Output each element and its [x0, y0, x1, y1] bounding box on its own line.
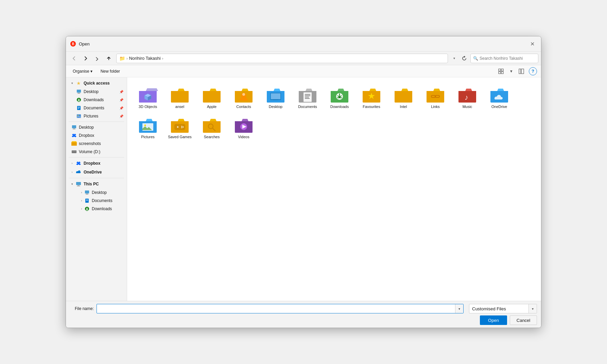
file-item-searches[interactable]: Searches	[196, 113, 227, 142]
divider-2	[69, 157, 124, 158]
file-area: 3D Objects ansel	[127, 77, 541, 301]
filename-dropdown-button[interactable]: ▾	[455, 304, 463, 313]
refresh-button[interactable]	[459, 54, 470, 63]
sidebar-item-downloads-pinned-label: Downloads	[84, 97, 118, 102]
new-folder-button[interactable]: New folder	[98, 68, 123, 75]
file-item-contacts[interactable]: Contacts	[228, 83, 259, 112]
view-toggle-button[interactable]	[496, 67, 506, 76]
file-item-onedrive[interactable]: OneDrive	[484, 83, 515, 112]
onedrive-section-label: OneDrive	[84, 170, 102, 175]
folder-icon-searches	[202, 116, 222, 134]
folder-icon-documents	[297, 86, 318, 104]
file-item-3d-objects[interactable]: 3D Objects	[133, 83, 163, 112]
address-separator-2: ›	[162, 56, 163, 60]
filetype-dropdown-button[interactable]: ▾	[528, 304, 537, 313]
search-input[interactable]	[470, 54, 538, 63]
open-button[interactable]: Open	[480, 315, 507, 325]
folder-screenshots-icon	[71, 141, 77, 146]
sidebar-item-documents-pinned[interactable]: Documents 📌	[67, 104, 126, 112]
sidebar-item-volume-label: Volume (D:)	[79, 149, 123, 154]
address-folder-icon: 📁	[119, 56, 125, 61]
folder-icon-onedrive	[489, 86, 509, 104]
file-label-contacts: Contacts	[236, 104, 251, 109]
address-bar[interactable]: 📁 › Norihiro Takashi ›	[116, 54, 448, 63]
filename-input[interactable]	[97, 304, 455, 313]
onedrive-section-header[interactable]: › OneDrive	[67, 168, 126, 177]
svg-rect-2	[499, 69, 501, 71]
dropbox-expand-icon: ›	[69, 161, 75, 166]
svg-rect-18	[72, 125, 76, 128]
svg-rect-3	[501, 69, 503, 71]
organise-chevron: ▾	[90, 69, 92, 74]
forward-button[interactable]	[80, 54, 91, 63]
file-label-saved-games: Saved Games	[168, 134, 192, 139]
file-item-desktop[interactable]: Desktop	[260, 83, 291, 112]
file-item-downloads[interactable]: Downloads	[324, 83, 355, 112]
view-dropdown-button[interactable]: ▾	[506, 67, 516, 76]
folder-icon-videos	[233, 116, 254, 134]
pc-documents-icon	[84, 198, 90, 203]
sidebar-section-quick-access: ▾ ★ Quick access Desktop 📌	[66, 79, 127, 120]
file-item-intel[interactable]: Intel	[388, 83, 419, 112]
sidebar-item-desktop-label: Desktop	[79, 125, 123, 130]
onedrive-expand-icon: ›	[69, 169, 75, 175]
quick-access-header[interactable]: ▾ ★ Quick access	[67, 79, 126, 88]
file-label-onedrive: OneDrive	[491, 104, 507, 109]
dropbox-section-header[interactable]: › Dropbox	[67, 159, 126, 168]
file-item-favourites[interactable]: Favourites	[356, 83, 387, 112]
drive-icon	[71, 149, 77, 154]
sidebar-item-pc-desktop[interactable]: › Desktop	[67, 188, 126, 197]
pc-icon	[75, 181, 82, 187]
file-item-ansel[interactable]: ansel	[164, 83, 195, 112]
divider-3	[69, 178, 124, 178]
sidebar-item-pc-downloads[interactable]: › Downloads	[67, 205, 126, 213]
sidebar-item-desktop[interactable]: Desktop	[67, 123, 126, 131]
sidebar-item-pictures-pinned[interactable]: Pictures 📌	[67, 112, 126, 120]
folder-icon-favourites	[361, 86, 382, 104]
close-button[interactable]: ✕	[527, 39, 537, 49]
cancel-button[interactable]: Cancel	[510, 315, 537, 325]
title-bar: B Open ✕	[66, 36, 541, 52]
file-item-music[interactable]: ♪ Music	[452, 83, 483, 112]
sidebar-item-pc-documents[interactable]: › Documents	[67, 197, 126, 205]
file-item-documents[interactable]: Documents	[292, 83, 323, 112]
this-pc-header[interactable]: ▾ This PC	[67, 180, 126, 188]
dialog-title: Open	[79, 41, 90, 47]
file-label-videos: Videos	[238, 134, 249, 139]
file-item-apple[interactable]: Apple	[196, 83, 227, 112]
picture-icon	[76, 113, 82, 119]
divider-1	[69, 122, 124, 122]
sidebar-item-screenshots[interactable]: screenshots	[67, 140, 126, 148]
file-item-links[interactable]: Links	[420, 83, 451, 112]
svg-point-17	[77, 115, 79, 116]
this-pc-label: This PC	[84, 182, 99, 186]
up-button[interactable]	[103, 54, 114, 63]
help-button[interactable]: ?	[529, 67, 537, 75]
file-item-pictures[interactable]: Pictures	[133, 113, 163, 142]
file-label-intel: Intel	[400, 104, 407, 109]
recent-locations-button[interactable]	[92, 54, 103, 63]
file-item-saved-games[interactable]: Saved Games	[164, 113, 195, 142]
sidebar-item-volume-d[interactable]: Volume (D:)	[67, 148, 126, 156]
file-label-pictures: Pictures	[141, 134, 155, 139]
open-dialog: B Open ✕ 📁 › Norihiro Takashi › ▾	[66, 36, 541, 328]
view-buttons: ▾	[496, 67, 526, 76]
folder-icon-desktop	[265, 86, 286, 104]
app-icon: B	[70, 41, 76, 47]
sidebar-item-downloads-pinned[interactable]: Downloads 📌	[67, 96, 126, 104]
pane-button[interactable]	[517, 67, 526, 76]
organise-button[interactable]: Organise ▾	[70, 68, 95, 75]
sidebar-item-desktop-pinned[interactable]: Desktop 📌	[67, 88, 126, 96]
sidebar-item-dropbox[interactable]: Dropbox	[67, 131, 126, 140]
file-grid: 3D Objects ansel	[133, 83, 536, 142]
sidebar-item-pc-downloads-label: Downloads	[92, 206, 123, 211]
svg-rect-10	[77, 93, 81, 94]
address-dropdown-button[interactable]: ▾	[450, 54, 458, 63]
svg-rect-51	[273, 99, 278, 100]
filetype-label: Customised Files	[469, 306, 528, 311]
back-button[interactable]	[69, 54, 80, 63]
filename-input-wrapper: ▾	[97, 304, 464, 313]
file-label-favourites: Favourites	[363, 104, 380, 109]
file-item-videos[interactable]: Videos	[228, 113, 259, 142]
svg-point-48	[242, 93, 245, 96]
